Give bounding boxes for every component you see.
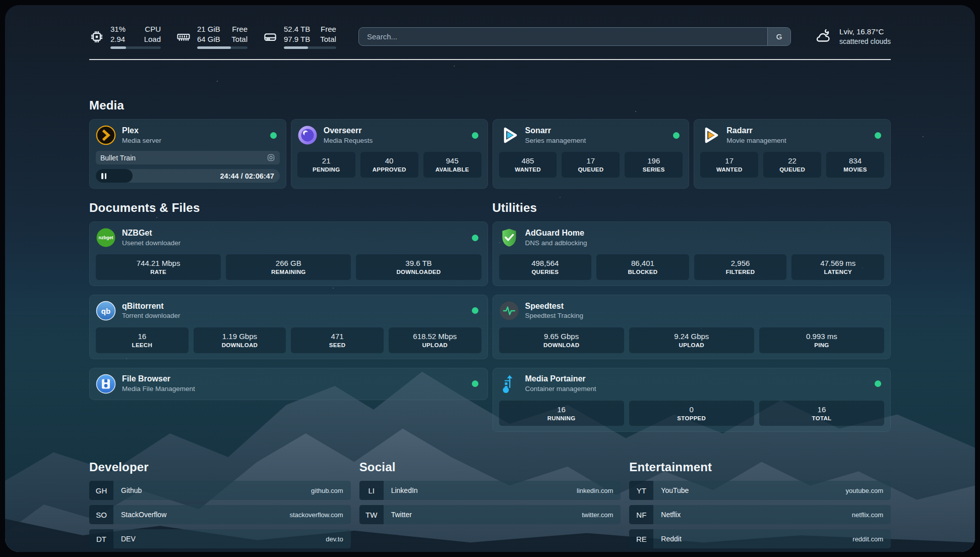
service-card-portainer[interactable]: Media Portainer Container management 16R…: [493, 368, 891, 432]
adguard-icon: [499, 228, 519, 248]
playback-progress-bar: 24:44 / 02:06:47: [96, 169, 280, 183]
service-description: Container management: [525, 384, 596, 394]
bookmark-name: Github: [121, 486, 142, 494]
bookmark-name: DEV: [121, 535, 136, 543]
service-card-plex[interactable]: Plex Media server Bullet Train: [89, 119, 286, 189]
stat-box: 22QUEUED: [763, 152, 821, 178]
service-name: Media Portainer: [525, 374, 596, 384]
memory-total: 64 GiB: [197, 34, 221, 44]
bookmark-abbr: GH: [89, 481, 113, 500]
sonarr-icon: [499, 125, 519, 145]
bookmark-abbr: SO: [89, 505, 113, 524]
cloud-moon-icon: [813, 27, 833, 47]
overseerr-icon: [297, 125, 318, 145]
memory-free: 21 GiB: [197, 24, 221, 34]
pause-icon: [101, 173, 106, 179]
stat-box: 21PENDING: [297, 152, 355, 178]
cpu-progress-fill: [110, 46, 126, 49]
stat-box: 17QUEUED: [562, 152, 620, 178]
status-online-dot: [472, 380, 478, 387]
portainer-icon: [499, 374, 519, 394]
service-name: qBittorrent: [122, 301, 180, 312]
status-online-dot: [673, 132, 680, 139]
plex-icon: [96, 125, 116, 145]
stat-box: 0.993 msPING: [759, 327, 884, 353]
bookmark-abbr: NF: [629, 505, 653, 524]
stat-box: 40APPROVED: [360, 152, 418, 178]
topbar-divider: [89, 59, 891, 60]
memory-free-label: Free: [231, 24, 248, 34]
stat-box: 618.52 MbpsUPLOAD: [389, 327, 481, 353]
service-description: Speedtest Tracking: [525, 311, 584, 320]
stat-box: 2,956FILTERED: [694, 254, 787, 280]
service-card-overseerr[interactable]: Overseerr Media Requests 21PENDING 40APP…: [291, 119, 488, 189]
service-card-speedtest[interactable]: Speedtest Speedtest Tracking 9.65 GbpsDO…: [493, 295, 891, 359]
cpu-icon: [89, 29, 104, 44]
bookmark-name: Twitter: [391, 511, 412, 519]
now-playing-title: Bullet Train: [100, 154, 136, 162]
search-provider-button[interactable]: G: [767, 28, 790, 45]
disk-total: 97.9 TB: [284, 34, 310, 44]
disk-total-label: Total: [320, 34, 336, 44]
stat-box: 945AVAILABLE: [423, 152, 481, 178]
service-card-filebrowser[interactable]: File Browser Media File Management: [89, 368, 488, 400]
bookmark-abbr: YT: [629, 481, 653, 500]
stat-box: 86,401BLOCKED: [596, 254, 689, 280]
section-title-social: Social: [359, 460, 621, 474]
service-description: Torrent downloader: [122, 311, 180, 320]
bookmark-stackoverflow[interactable]: SO StackOverflow stackoverflow.com: [89, 505, 351, 524]
now-playing-view-icon[interactable]: [267, 153, 275, 162]
bookmark-name: YouTube: [661, 486, 689, 494]
bookmark-url: github.com: [311, 487, 343, 494]
bookmark-youtube[interactable]: YT YouTube youtube.com: [629, 481, 891, 500]
disk-progress-bar: [284, 46, 336, 49]
service-description: Series management: [525, 136, 586, 145]
speedtest-icon: [499, 301, 519, 321]
bookmark-github[interactable]: GH Github github.com: [89, 481, 351, 500]
stat-box: 16TOTAL: [759, 401, 884, 426]
memory-icon: [176, 29, 191, 44]
service-card-adguard[interactable]: AdGuard Home DNS and adblocking 498,564Q…: [493, 221, 891, 286]
status-online-dot: [472, 307, 478, 314]
status-online-dot: [875, 380, 881, 387]
service-card-radarr[interactable]: Radarr Movie management 17WANTED 22QUEUE…: [694, 119, 891, 189]
stat-box: 9.24 GbpsUPLOAD: [629, 327, 754, 353]
bookmark-name: Reddit: [661, 535, 681, 543]
service-card-sonarr[interactable]: Sonarr Series management 485WANTED 17QUE…: [493, 119, 690, 189]
bookmark-url: youtube.com: [846, 487, 883, 494]
stat-box: 834MOVIES: [826, 152, 884, 178]
bookmark-linkedin[interactable]: LI LinkedIn linkedin.com: [359, 481, 621, 500]
now-playing-row: Bullet Train: [96, 151, 280, 164]
service-name: Sonarr: [525, 126, 586, 136]
section-title-media: Media: [89, 98, 891, 113]
weather-widget[interactable]: Lviv, 16.87°C scattered clouds: [813, 27, 891, 47]
bookmark-name: StackOverflow: [121, 511, 166, 519]
weather-condition: scattered clouds: [839, 37, 891, 46]
stat-box: 17WANTED: [700, 152, 758, 178]
service-card-qbittorrent[interactable]: qb qBittorrent Torrent downloader 16LEEC…: [89, 295, 488, 359]
bookmark-name: Netflix: [661, 511, 681, 519]
stat-box: 9.65 GbpsDOWNLOAD: [499, 327, 624, 353]
bookmark-dev[interactable]: DT DEV dev.to: [89, 529, 351, 548]
bookmark-abbr: DT: [89, 529, 113, 548]
stat-box: 47.569 msLATENCY: [791, 254, 884, 280]
status-online-dot: [270, 132, 277, 139]
memory-widget: 21 GiB Free 64 GiB Total: [176, 24, 248, 49]
status-online-dot: [472, 235, 478, 241]
section-title-entertainment: Entertainment: [629, 460, 891, 474]
bookmark-reddit[interactable]: RE Reddit reddit.com: [629, 529, 891, 548]
service-card-nzbget[interactable]: nzbget NZBGet Usenet downloader 744.21 M…: [89, 221, 488, 286]
stat-box: 744.21 MbpsRATE: [96, 254, 221, 280]
memory-total-label: Total: [231, 34, 248, 44]
bookmark-url: reddit.com: [852, 535, 883, 543]
bookmark-url: netflix.com: [852, 511, 883, 519]
bookmark-twitter[interactable]: TW Twitter twitter.com: [359, 505, 621, 524]
status-online-dot: [472, 132, 478, 139]
stat-box: 485WANTED: [499, 152, 557, 178]
bookmark-netflix[interactable]: NF Netflix netflix.com: [629, 505, 891, 524]
search-input[interactable]: [359, 28, 767, 45]
stat-box: 16LEECH: [96, 327, 189, 353]
service-name: AdGuard Home: [525, 228, 587, 239]
stat-box: 471SEED: [291, 327, 384, 353]
stat-box: 1.19 GbpsDOWNLOAD: [194, 327, 286, 353]
